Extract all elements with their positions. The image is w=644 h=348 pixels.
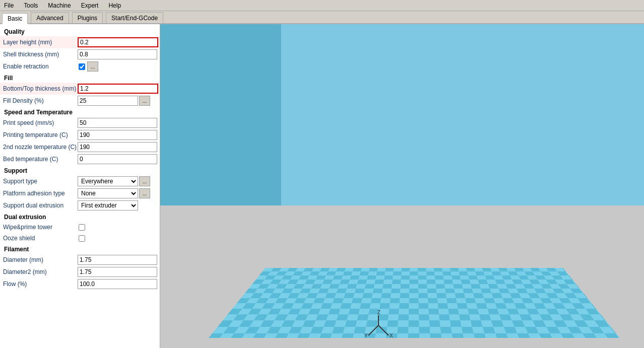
ooze-shield-checkbox[interactable]: [79, 235, 85, 242]
support-type-label: Support type: [3, 178, 78, 185]
diameter2-row: Diameter2 (mm): [0, 266, 160, 278]
viewport-3d: YM: [160, 24, 644, 348]
enable-retraction-checkbox[interactable]: [79, 63, 85, 70]
bed-temp-row: Bed temperature (C): [0, 153, 160, 165]
menubar: File Tools Machine Expert Help: [0, 0, 644, 11]
fill-section-title: Fill: [0, 73, 160, 83]
ooze-shield-row: Ooze shield: [0, 233, 160, 244]
diameter2-input[interactable]: [78, 267, 157, 277]
flow-row: Flow (%): [0, 278, 160, 290]
fill-density-extra-btn[interactable]: ...: [139, 96, 150, 106]
tab-basic[interactable]: Basic: [2, 13, 28, 24]
nozzle2-temp-row: 2nd nozzle temperature (C): [0, 141, 160, 153]
svg-line-10: [368, 325, 378, 335]
support-type-select[interactable]: Everywhere Touching buildplate None: [78, 176, 138, 186]
svg-text:Y: Y: [364, 333, 368, 338]
layer-height-label: Layer height (mm): [3, 39, 78, 46]
fill-density-label: Fill Density (%): [3, 97, 78, 104]
flow-input[interactable]: [78, 279, 157, 289]
enable-retraction-extra-btn[interactable]: ...: [87, 61, 98, 72]
bed-temp-label: Bed temperature (C): [3, 156, 78, 163]
printing-temp-label: Printing temperature (C): [3, 131, 78, 138]
back-wall: [281, 24, 644, 212]
print-speed-row: Print speed (mm/s): [0, 117, 160, 129]
print-speed-label: Print speed (mm/s): [3, 119, 78, 126]
support-dual-row: Support dual extrusion First extruder Se…: [0, 199, 160, 212]
menu-machine[interactable]: Machine: [46, 1, 73, 10]
diameter-input[interactable]: [78, 255, 157, 265]
tabbar: Basic Advanced Plugins Start/End-GCode: [0, 11, 644, 24]
svg-text:Z: Z: [377, 310, 380, 315]
diameter2-label: Diameter2 (mm): [3, 268, 78, 275]
wipe-prime-label: Wipe&prime tower: [3, 224, 78, 231]
support-dual-label: Support dual extrusion: [3, 202, 78, 209]
menu-file[interactable]: File: [2, 1, 16, 10]
support-section-title: Support: [0, 165, 160, 175]
menu-expert[interactable]: Expert: [79, 1, 101, 10]
diameter-label: Diameter (mm): [3, 256, 78, 263]
speed-temp-section-title: Speed and Temperature: [0, 107, 160, 117]
layer-height-row: Layer height (mm): [0, 36, 160, 48]
printing-temp-row: Printing temperature (C): [0, 129, 160, 141]
printing-temp-input[interactable]: [78, 130, 157, 140]
flow-label: Flow (%): [3, 281, 78, 288]
bottom-top-input[interactable]: [78, 84, 158, 94]
tab-plugins[interactable]: Plugins: [72, 12, 103, 23]
bed-temp-input[interactable]: [78, 154, 157, 164]
main-layout: Quality Layer height (mm) Shell thicknes…: [0, 24, 644, 348]
shell-thickness-row: Shell thickness (mm): [0, 48, 160, 60]
nozzle2-temp-label: 2nd nozzle temperature (C): [3, 144, 78, 151]
support-dual-select[interactable]: First extruder Second extruder Both: [78, 200, 138, 211]
platform-adhesion-select[interactable]: None Brim Raft: [78, 188, 138, 198]
layer-height-input[interactable]: [78, 37, 158, 47]
3d-scene: X Y Z: [160, 24, 644, 348]
wipe-prime-checkbox[interactable]: [79, 224, 85, 231]
support-type-row: Support type Everywhere Touching buildpl…: [0, 175, 160, 187]
left-wall: [160, 24, 281, 212]
svg-line-9: [378, 325, 389, 335]
platform-adhesion-label: Platform adhesion type: [3, 190, 78, 197]
fill-density-input[interactable]: [78, 96, 138, 106]
enable-retraction-row: Enable retraction ...: [0, 60, 160, 73]
enable-retraction-label: Enable retraction: [3, 63, 78, 70]
bottom-top-row: Bottom/Top thickness (mm): [0, 83, 160, 95]
nozzle2-temp-input[interactable]: [78, 142, 157, 152]
checkerboard-grid: [209, 268, 620, 338]
svg-text:X: X: [390, 333, 393, 338]
platform-adhesion-extra-btn[interactable]: ...: [139, 188, 150, 198]
menu-help[interactable]: Help: [106, 1, 123, 10]
shell-thickness-input[interactable]: [78, 49, 157, 59]
quality-section-title: Quality: [0, 26, 160, 36]
fill-density-row: Fill Density (%) ...: [0, 95, 160, 107]
axis-indicator: X Y Z: [363, 310, 394, 340]
wipe-prime-row: Wipe&prime tower: [0, 222, 160, 233]
bottom-top-label: Bottom/Top thickness (mm): [3, 85, 78, 92]
menu-tools[interactable]: Tools: [22, 1, 40, 10]
tab-startend[interactable]: Start/End-GCode: [106, 12, 163, 23]
shell-thickness-label: Shell thickness (mm): [3, 51, 78, 58]
ooze-shield-label: Ooze shield: [3, 235, 78, 242]
settings-panel: Quality Layer height (mm) Shell thicknes…: [0, 24, 160, 348]
tab-advanced[interactable]: Advanced: [31, 12, 69, 23]
dual-extrusion-section-title: Dual extrusion: [0, 212, 160, 222]
platform-adhesion-row: Platform adhesion type None Brim Raft ..…: [0, 187, 160, 199]
print-speed-input[interactable]: [78, 118, 157, 128]
filament-section-title: Filament: [0, 244, 160, 254]
diameter-row: Diameter (mm): [0, 254, 160, 266]
support-type-extra-btn[interactable]: ...: [139, 176, 150, 186]
